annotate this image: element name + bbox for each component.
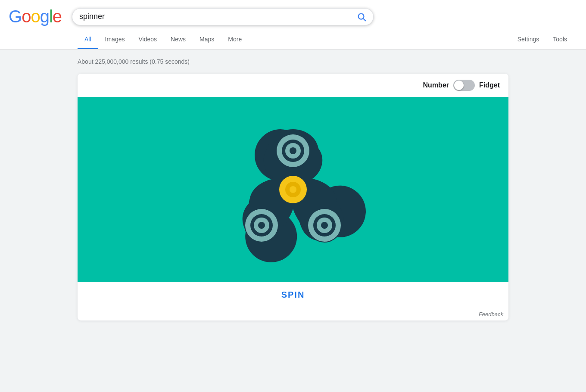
mode-fidget-label: Fidget	[479, 81, 500, 89]
search-icon	[357, 12, 366, 22]
tab-all[interactable]: All	[78, 31, 98, 49]
svg-line-1	[363, 19, 365, 21]
center-bearing-dot	[290, 186, 296, 193]
header-top: Google spinner	[9, 7, 577, 26]
toggle-knob	[454, 81, 464, 90]
logo-o2: o	[31, 7, 40, 26]
fidget-spinner[interactable]	[213, 110, 373, 269]
spin-button-area: SPIN	[78, 282, 508, 308]
tab-more[interactable]: More	[221, 31, 249, 49]
tools-button[interactable]: Tools	[546, 31, 574, 49]
main-content: About 225,000,000 results (0.75 seconds)…	[0, 50, 586, 329]
search-input[interactable]: spinner	[79, 12, 357, 21]
feedback-row: Feedback	[78, 308, 508, 320]
logo-l: l	[49, 7, 53, 26]
spinner-svg	[213, 110, 373, 269]
logo-G: G	[9, 7, 22, 26]
logo-g: g	[40, 7, 49, 26]
search-box: spinner	[72, 8, 374, 25]
mode-toggle[interactable]	[453, 80, 475, 91]
search-button[interactable]	[357, 12, 366, 22]
mode-number-label: Number	[423, 81, 449, 89]
tab-news[interactable]: News	[164, 31, 193, 49]
spinner-card: Number Fidget	[78, 74, 508, 320]
br-center-dot	[321, 222, 328, 229]
settings-button[interactable]: Settings	[511, 31, 546, 49]
tab-maps[interactable]: Maps	[193, 31, 221, 49]
top-center-dot	[290, 147, 296, 154]
tab-videos[interactable]: Videos	[131, 31, 164, 49]
spin-button[interactable]: SPIN	[281, 290, 305, 300]
feedback-link[interactable]: Feedback	[479, 311, 503, 317]
results-info: About 225,000,000 results (0.75 seconds)	[78, 58, 577, 65]
header: Google spinner All Images Videos News Ma…	[0, 0, 586, 50]
bl-center-dot	[258, 222, 265, 229]
nav-tabs: All Images Videos News Maps More Setting…	[9, 31, 577, 49]
logo-o1: o	[22, 7, 31, 26]
google-logo[interactable]: Google	[9, 7, 62, 26]
spinner-area[interactable]	[78, 97, 508, 282]
spinner-controls: Number Fidget	[78, 74, 508, 97]
logo-e: e	[53, 7, 62, 26]
tab-images[interactable]: Images	[98, 31, 132, 49]
nav-right: Settings Tools	[511, 31, 574, 49]
